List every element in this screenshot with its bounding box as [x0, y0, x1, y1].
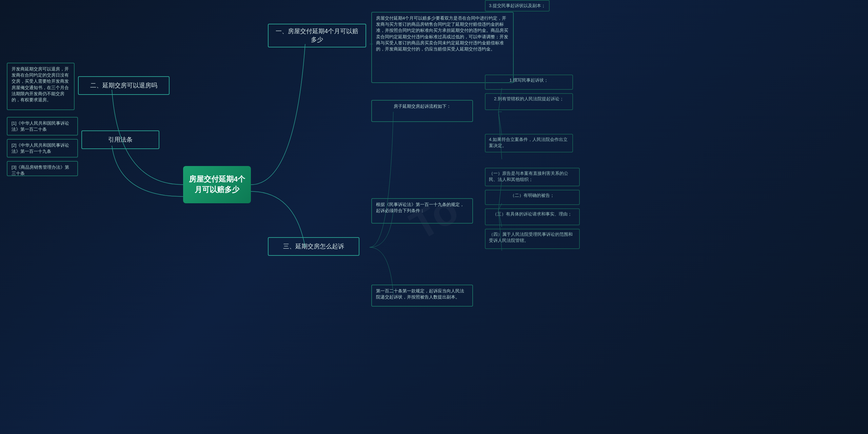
- central-node: 房屋交付延期4个月可以赔多少: [183, 166, 251, 203]
- branch-3-label: 引用法条: [81, 130, 159, 149]
- branch-1-content: 房屋交付延期4个月可以赔多少要看双方是否在合同中进行约定，开发商与买方签订的商品…: [371, 12, 514, 83]
- branch-2-label: 二、延期交房可以退房吗: [78, 76, 170, 95]
- branch-3-item-2: [2]《中华人民共和国民事诉讼法》第一百一十九条: [7, 139, 78, 158]
- branch-4-cond-2: （二）有明确的被告；: [485, 190, 580, 205]
- branch-1-label: 一、房屋交付延期4个月可以赔多少: [268, 24, 366, 47]
- branch-4-sub1-label: 房子延期交房起诉流程如下：: [371, 100, 473, 122]
- svg-line-3: [498, 112, 502, 136]
- branch-4-label: 三、延期交房怎么起诉: [268, 237, 359, 256]
- branch-4-sub3: 第一百二十条第一款规定，起诉应当向人民法院递交起诉状，并按照被告人数提出副本。: [371, 285, 473, 307]
- branch-4-step-2: 2.到有管辖权的人民法院提起诉讼；: [485, 93, 573, 110]
- branch-4-step-3: 3.提交民事起诉状以及副本；: [485, 0, 550, 12]
- branch-4-step-1: 1.撰写民事起诉状；: [485, 75, 573, 90]
- branch-4-cond-4: （四）属于人民法院受理民事诉讼的范围和受诉人民法院管辖。: [485, 229, 580, 249]
- branch-3-item-1: [1]《中华人民共和国民事诉讼法》第一百二十条: [7, 117, 78, 136]
- branch-4-cond-3: （三）有具体的诉讼请求和事实、理由；: [485, 208, 580, 225]
- branch-3-item-3: [3]《商品房销售管理办法》第三十条: [7, 161, 78, 176]
- branch-2-content: 开发商延期交房可以退房，开发商在合同约定的交房日没有交房，买受人需要给开发商发房…: [7, 63, 75, 110]
- central-label: 房屋交付延期4个月可以赔多少: [186, 174, 248, 195]
- branch-4-cond-1: （一）原告是与本案有直接利害关系的公民、法人和其他组织；: [485, 168, 580, 186]
- branch-4-step-4: 4.如果符合立案条件，人民法院会作出立案决定。: [485, 134, 573, 152]
- branch-4-sub2-label: 根据《民事诉讼法》第一百一十九条的规定，起诉必须符合下列条件：: [371, 198, 473, 224]
